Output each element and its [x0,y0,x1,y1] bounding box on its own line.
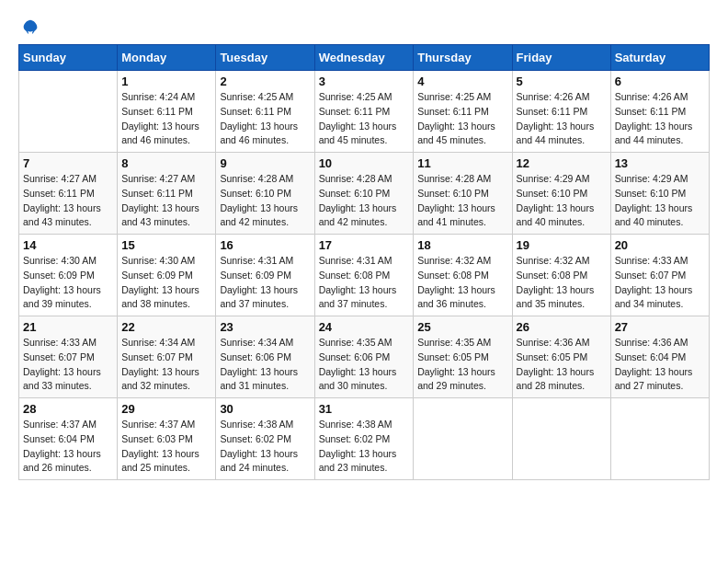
calendar-cell: 11Sunrise: 4:28 AMSunset: 6:10 PMDayligh… [414,153,512,235]
calendar-cell: 8Sunrise: 4:27 AMSunset: 6:11 PMDaylight… [118,153,216,235]
calendar-cell: 6Sunrise: 4:26 AMSunset: 6:11 PMDaylight… [610,71,709,153]
cell-day-number: 19 [517,238,607,252]
calendar-cell: 15Sunrise: 4:30 AMSunset: 6:09 PMDayligh… [118,235,216,316]
calendar-cell: 19Sunrise: 4:32 AMSunset: 6:08 PMDayligh… [512,235,610,316]
cell-day-number: 31 [319,402,410,416]
column-header-friday: Friday [512,45,610,71]
cell-info: Sunrise: 4:32 AMSunset: 6:08 PMDaylight:… [517,254,607,312]
cell-day-number: 26 [517,320,607,334]
calendar-cell: 18Sunrise: 4:32 AMSunset: 6:08 PMDayligh… [414,235,512,316]
cell-day-number: 7 [23,156,113,170]
cell-info: Sunrise: 4:27 AMSunset: 6:11 PMDaylight:… [121,172,211,230]
cell-info: Sunrise: 4:25 AMSunset: 6:11 PMDaylight:… [417,90,507,148]
cell-info: Sunrise: 4:35 AMSunset: 6:06 PMDaylight:… [319,336,410,394]
header [18,18,710,35]
cell-day-number: 14 [23,238,113,252]
cell-info: Sunrise: 4:29 AMSunset: 6:10 PMDaylight:… [615,172,705,230]
calendar-week-row: 28Sunrise: 4:37 AMSunset: 6:04 PMDayligh… [19,398,710,480]
calendar-cell: 31Sunrise: 4:38 AMSunset: 6:02 PMDayligh… [314,398,414,480]
cell-day-number: 1 [121,75,211,88]
cell-day-number: 10 [319,156,410,170]
calendar-cell: 26Sunrise: 4:36 AMSunset: 6:05 PMDayligh… [512,316,610,398]
calendar-week-row: 21Sunrise: 4:33 AMSunset: 6:07 PMDayligh… [19,316,710,398]
cell-day-number: 9 [220,156,310,170]
cell-info: Sunrise: 4:37 AMSunset: 6:04 PMDaylight:… [23,418,113,476]
calendar-cell: 17Sunrise: 4:31 AMSunset: 6:08 PMDayligh… [314,235,414,316]
cell-info: Sunrise: 4:31 AMSunset: 6:09 PMDaylight:… [220,254,310,312]
cell-day-number: 13 [615,156,705,170]
calendar-cell: 30Sunrise: 4:38 AMSunset: 6:02 PMDayligh… [216,398,314,480]
cell-info: Sunrise: 4:31 AMSunset: 6:08 PMDaylight:… [319,254,410,312]
calendar-table: SundayMondayTuesdayWednesdayThursdayFrid… [18,44,710,480]
cell-info: Sunrise: 4:38 AMSunset: 6:02 PMDaylight:… [220,418,310,476]
cell-info: Sunrise: 4:29 AMSunset: 6:10 PMDaylight:… [517,172,607,230]
column-header-thursday: Thursday [414,45,512,71]
cell-info: Sunrise: 4:27 AMSunset: 6:11 PMDaylight:… [23,172,113,230]
cell-info: Sunrise: 4:28 AMSunset: 6:10 PMDaylight:… [319,172,410,230]
cell-info: Sunrise: 4:33 AMSunset: 6:07 PMDaylight:… [23,336,113,394]
calendar-cell: 28Sunrise: 4:37 AMSunset: 6:04 PMDayligh… [19,398,118,480]
cell-day-number: 2 [220,75,310,88]
calendar-cell: 10Sunrise: 4:28 AMSunset: 6:10 PMDayligh… [314,153,414,235]
cell-info: Sunrise: 4:26 AMSunset: 6:11 PMDaylight:… [615,90,705,148]
cell-info: Sunrise: 4:38 AMSunset: 6:02 PMDaylight:… [319,418,410,476]
cell-info: Sunrise: 4:36 AMSunset: 6:04 PMDaylight:… [615,336,705,394]
cell-info: Sunrise: 4:34 AMSunset: 6:07 PMDaylight:… [121,336,211,394]
cell-info: Sunrise: 4:33 AMSunset: 6:07 PMDaylight:… [615,254,705,312]
calendar-cell [19,71,118,153]
calendar-cell: 14Sunrise: 4:30 AMSunset: 6:09 PMDayligh… [19,235,118,316]
calendar-cell: 22Sunrise: 4:34 AMSunset: 6:07 PMDayligh… [118,316,216,398]
cell-day-number: 25 [417,320,507,334]
calendar-header-row: SundayMondayTuesdayWednesdayThursdayFrid… [19,45,710,71]
calendar-cell: 29Sunrise: 4:37 AMSunset: 6:03 PMDayligh… [118,398,216,480]
cell-day-number: 16 [220,238,310,252]
calendar-cell: 20Sunrise: 4:33 AMSunset: 6:07 PMDayligh… [610,235,709,316]
cell-day-number: 8 [121,156,211,170]
column-header-monday: Monday [118,45,216,71]
cell-info: Sunrise: 4:30 AMSunset: 6:09 PMDaylight:… [121,254,211,312]
cell-day-number: 24 [319,320,410,334]
cell-day-number: 21 [23,320,113,334]
calendar-cell: 7Sunrise: 4:27 AMSunset: 6:11 PMDaylight… [19,153,118,235]
column-header-sunday: Sunday [19,45,118,71]
cell-info: Sunrise: 4:26 AMSunset: 6:11 PMDaylight:… [517,90,607,148]
calendar-week-row: 7Sunrise: 4:27 AMSunset: 6:11 PMDaylight… [19,153,710,235]
cell-info: Sunrise: 4:25 AMSunset: 6:11 PMDaylight:… [319,90,410,148]
cell-info: Sunrise: 4:25 AMSunset: 6:11 PMDaylight:… [220,90,310,148]
calendar-cell: 13Sunrise: 4:29 AMSunset: 6:10 PMDayligh… [610,153,709,235]
calendar-body: 1Sunrise: 4:24 AMSunset: 6:11 PMDaylight… [19,71,710,480]
cell-info: Sunrise: 4:30 AMSunset: 6:09 PMDaylight:… [23,254,113,312]
calendar-week-row: 14Sunrise: 4:30 AMSunset: 6:09 PMDayligh… [19,235,710,316]
cell-day-number: 12 [517,156,607,170]
cell-info: Sunrise: 4:32 AMSunset: 6:08 PMDaylight:… [417,254,507,312]
calendar-cell: 27Sunrise: 4:36 AMSunset: 6:04 PMDayligh… [610,316,709,398]
calendar-cell: 4Sunrise: 4:25 AMSunset: 6:11 PMDaylight… [414,71,512,153]
calendar-cell: 5Sunrise: 4:26 AMSunset: 6:11 PMDaylight… [512,71,610,153]
calendar-week-row: 1Sunrise: 4:24 AMSunset: 6:11 PMDaylight… [19,71,710,153]
calendar-cell [610,398,709,480]
cell-info: Sunrise: 4:35 AMSunset: 6:05 PMDaylight:… [417,336,507,394]
cell-info: Sunrise: 4:24 AMSunset: 6:11 PMDaylight:… [121,90,211,148]
cell-day-number: 20 [615,238,705,252]
column-header-saturday: Saturday [610,45,709,71]
cell-info: Sunrise: 4:36 AMSunset: 6:05 PMDaylight:… [517,336,607,394]
cell-info: Sunrise: 4:28 AMSunset: 6:10 PMDaylight:… [417,172,507,230]
calendar-cell: 1Sunrise: 4:24 AMSunset: 6:11 PMDaylight… [118,71,216,153]
cell-day-number: 17 [319,238,410,252]
calendar-cell: 12Sunrise: 4:29 AMSunset: 6:10 PMDayligh… [512,153,610,235]
cell-day-number: 18 [417,238,507,252]
cell-info: Sunrise: 4:37 AMSunset: 6:03 PMDaylight:… [121,418,211,476]
calendar-cell [414,398,512,480]
calendar-cell: 3Sunrise: 4:25 AMSunset: 6:11 PMDaylight… [314,71,414,153]
column-header-wednesday: Wednesday [314,45,414,71]
cell-day-number: 3 [319,75,410,88]
calendar-cell: 23Sunrise: 4:34 AMSunset: 6:06 PMDayligh… [216,316,314,398]
column-header-tuesday: Tuesday [216,45,314,71]
calendar-cell: 25Sunrise: 4:35 AMSunset: 6:05 PMDayligh… [414,316,512,398]
cell-day-number: 5 [517,75,607,88]
cell-info: Sunrise: 4:28 AMSunset: 6:10 PMDaylight:… [220,172,310,230]
cell-day-number: 22 [121,320,211,334]
cell-day-number: 11 [417,156,507,170]
cell-day-number: 28 [23,402,113,416]
cell-info: Sunrise: 4:34 AMSunset: 6:06 PMDaylight:… [220,336,310,394]
